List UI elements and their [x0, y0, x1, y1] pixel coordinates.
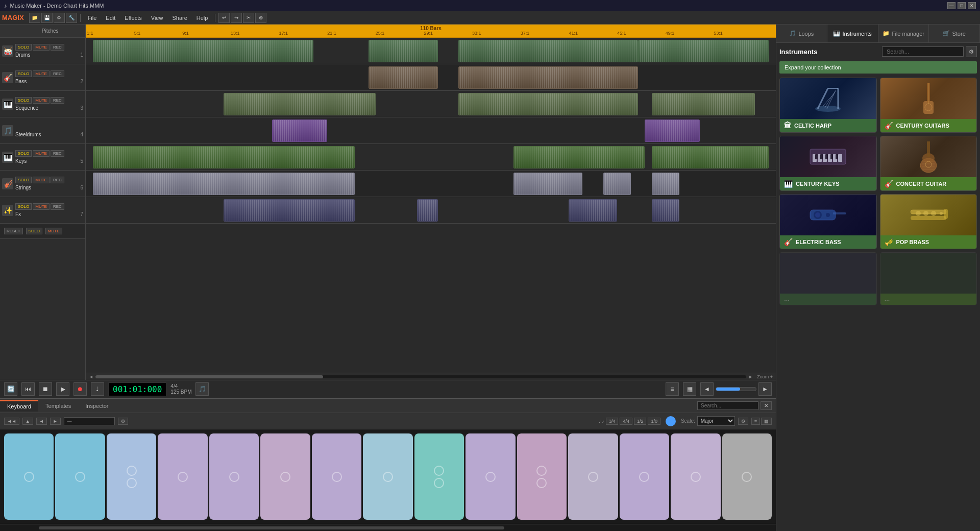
clip-bass-2[interactable]	[458, 66, 638, 89]
piano-key-15[interactable]	[722, 433, 772, 520]
solo-btn-7[interactable]: SOLO	[15, 203, 32, 210]
rec-btn-3[interactable]: REC	[51, 97, 64, 104]
clip-strings-1[interactable]	[93, 173, 355, 195]
kb-settings[interactable]: ⚙	[118, 418, 128, 425]
piano-key-4[interactable]	[158, 433, 207, 520]
clip-strings-4[interactable]	[652, 173, 679, 195]
piano-key-10[interactable]	[465, 433, 515, 520]
clip-fx-3[interactable]	[569, 199, 617, 222]
rec-btn-7[interactable]: REC	[51, 203, 64, 210]
hscroll-track[interactable]	[95, 375, 746, 378]
metronome-button[interactable]: ♩	[91, 382, 104, 396]
instrument-card-celtic-harp[interactable]: 🏛 CELTIC HARP	[779, 78, 877, 133]
clip-keys-3[interactable]	[652, 146, 769, 168]
loop-button[interactable]: 🔄	[4, 382, 17, 396]
menu-file[interactable]: File	[84, 14, 101, 22]
menu-share[interactable]: Share	[168, 14, 191, 22]
clip-seq-2[interactable]	[458, 93, 638, 115]
rec-btn-6[interactable]: REC	[51, 177, 64, 183]
piano-key-6[interactable]	[260, 433, 310, 520]
tuner-button[interactable]: 🎵	[195, 382, 209, 396]
tab-templates[interactable]: Templates	[38, 401, 78, 411]
record-button[interactable]: ⏺	[74, 382, 87, 396]
rec-btn-2[interactable]: REC	[51, 70, 64, 77]
clip-fx-1[interactable]	[224, 199, 355, 222]
vol-left[interactable]: ◄	[700, 382, 714, 396]
nb-2[interactable]: 4/4	[620, 418, 632, 425]
stop-button[interactable]: ⏹	[39, 382, 52, 396]
minimize-button[interactable]: —	[947, 2, 955, 9]
menu-edit[interactable]: Edit	[102, 14, 119, 22]
menu-effects[interactable]: Effects	[120, 14, 145, 22]
clip-strings-2[interactable]	[513, 173, 582, 195]
clip-keys-2[interactable]	[513, 146, 645, 168]
instrument-card-extra-1[interactable]: …	[779, 252, 877, 305]
clip-drums-3[interactable]	[458, 40, 638, 62]
solo-btn-3[interactable]: SOLO	[15, 97, 32, 104]
scale-select[interactable]: Major Minor Pentatonic	[697, 416, 735, 426]
save-button[interactable]: 💾	[41, 13, 53, 23]
clip-keys-1[interactable]	[93, 146, 355, 168]
clip-seq-1[interactable]	[224, 93, 375, 115]
keyboard-search-input[interactable]	[697, 401, 758, 410]
rec-btn-5[interactable]: REC	[51, 150, 64, 157]
rewind-button[interactable]: ⏮	[21, 382, 35, 396]
instrument-card-century-keys[interactable]: 🎹 CENTURY KEYS	[779, 136, 877, 191]
kb-nav-right[interactable]: ►	[50, 418, 61, 425]
master-solo-btn[interactable]: SOLO	[26, 228, 42, 234]
solo-btn-2[interactable]: SOLO	[15, 70, 32, 77]
nb-1[interactable]: 3/4	[606, 418, 619, 425]
clip-drums-1[interactable]	[93, 40, 314, 62]
snap-button[interactable]: 🔧	[66, 13, 77, 23]
piano-key-14[interactable]	[671, 433, 720, 520]
instrument-card-century-guitars[interactable]: 🎸 CENTURY GUITARS	[880, 78, 977, 133]
instrument-card-electric-bass[interactable]: 🎸 ELECTRIC BASS	[779, 194, 877, 249]
kb-view-1[interactable]: ≡	[751, 418, 760, 425]
piano-key-13[interactable]	[620, 433, 669, 520]
clip-fx-2[interactable]	[417, 199, 438, 222]
instruments-search-input[interactable]	[882, 46, 964, 57]
instrument-card-concert-guitar[interactable]: 🎸 CONCERT GUITAR	[880, 136, 977, 191]
kb-nav-left[interactable]: ◄	[36, 418, 47, 425]
kb-view-2[interactable]: ▦	[761, 418, 772, 425]
open-folder-button[interactable]: 📁	[29, 13, 40, 23]
undo-button[interactable]: ↩	[218, 13, 230, 23]
cut-button[interactable]: ✂	[243, 13, 254, 23]
settings-button[interactable]: ⚙	[54, 13, 65, 23]
piano-key-1[interactable]	[4, 433, 54, 520]
mute-btn-6[interactable]: MUTE	[33, 177, 50, 183]
piano-key-3[interactable]	[107, 433, 156, 520]
tab-inspector[interactable]: Inspector	[78, 401, 115, 411]
rec-btn-1[interactable]: REC	[51, 44, 64, 51]
piano-key-12[interactable]	[568, 433, 618, 520]
clip-drums-2[interactable]	[369, 40, 437, 62]
mute-btn-1[interactable]: MUTE	[33, 44, 50, 51]
mute-btn-2[interactable]: MUTE	[33, 70, 50, 77]
piano-key-2[interactable]	[55, 433, 105, 520]
keyboard-search-close[interactable]: ✕	[761, 401, 772, 410]
clip-bass-1[interactable]	[369, 66, 437, 89]
menu-view[interactable]: View	[147, 14, 167, 22]
play-button[interactable]: ▶	[56, 382, 69, 396]
hscroll-thumb[interactable]	[95, 375, 323, 378]
instrument-card-extra-2[interactable]: …	[880, 252, 977, 305]
tab-instruments[interactable]: 🎹 Instruments	[827, 25, 878, 42]
mixer-button[interactable]: ≡	[666, 382, 679, 396]
vol-right[interactable]: ►	[758, 382, 772, 396]
clip-seq-3[interactable]	[652, 93, 755, 115]
menu-help[interactable]: Help	[192, 14, 212, 22]
clip-strings-3[interactable]	[603, 173, 631, 195]
tab-file-manager[interactable]: 📁 File manager	[878, 25, 929, 42]
volume-slider[interactable]	[716, 387, 756, 391]
piano-key-11[interactable]	[517, 433, 567, 520]
solo-btn-5[interactable]: SOLO	[15, 150, 32, 157]
piano-key-9[interactable]	[414, 433, 464, 520]
solo-btn-1[interactable]: SOLO	[15, 44, 32, 51]
mute-btn-7[interactable]: MUTE	[33, 203, 50, 210]
clip-steel-1[interactable]	[272, 119, 327, 142]
tab-store[interactable]: 🛒 Store	[929, 25, 980, 42]
kb-nav-up[interactable]: ▲	[22, 418, 33, 425]
instruments-settings-button[interactable]: ⚙	[966, 46, 977, 57]
kb-nav-back[interactable]: ◄◄	[4, 418, 19, 425]
redo-button[interactable]: ↪	[231, 13, 242, 23]
